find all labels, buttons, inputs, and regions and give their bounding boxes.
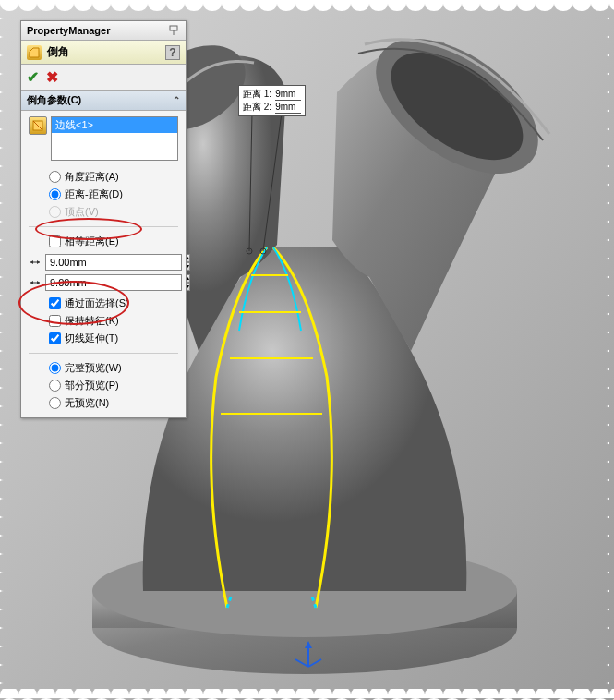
check-keep-features-input[interactable] xyxy=(49,315,61,327)
selection-box: 边线<1> xyxy=(29,116,178,161)
spinner-d2: ▴ ▾ xyxy=(29,274,178,291)
chevron-up-icon: ⌃ xyxy=(173,95,180,105)
radio-no-preview-input[interactable] xyxy=(49,397,61,409)
check-equal-distance-label: 相等距离(E) xyxy=(65,235,119,248)
radio-full-preview[interactable]: 完整预览(W) xyxy=(29,359,178,377)
spinner-d1: ▴ ▾ xyxy=(29,254,178,271)
svg-marker-23 xyxy=(30,260,33,264)
pin-icon[interactable] xyxy=(167,24,180,37)
radio-distance-distance[interactable]: 距离-距离(D) xyxy=(29,186,178,203)
cancel-button[interactable]: ✖ xyxy=(46,68,58,86)
svg-marker-24 xyxy=(37,260,40,264)
help-icon[interactable]: ? xyxy=(165,45,180,60)
check-equal-distance-input[interactable] xyxy=(49,235,61,247)
check-keep-features[interactable]: 保持特征(K) xyxy=(29,312,178,330)
spinner-d1-icon xyxy=(29,256,42,269)
radio-angle-distance[interactable]: 角度距离(A) xyxy=(29,168,178,186)
callout-label-1: 距离 1: xyxy=(243,88,271,101)
spinner-d1-input[interactable] xyxy=(45,254,182,271)
selection-item[interactable]: 边线<1> xyxy=(52,117,177,133)
check-tangent-prop[interactable]: 切线延伸(T) xyxy=(29,330,178,347)
svg-rect-18 xyxy=(170,26,177,30)
feature-title-bar: 倒角 ? xyxy=(21,41,186,65)
check-face-select-label: 通过面选择(S) xyxy=(65,296,129,310)
radio-partial-preview[interactable]: 部分预览(P) xyxy=(29,377,178,394)
radio-partial-preview-input[interactable] xyxy=(49,380,61,392)
radio-angle-distance-input[interactable] xyxy=(49,171,61,183)
spinner-d1-up[interactable]: ▴ xyxy=(186,254,190,262)
radio-distance-distance-label: 距离-距离(D) xyxy=(65,187,123,201)
feature-name: 倒角 xyxy=(47,44,69,60)
section-body: 边线<1> 角度距离(A) 距离-距离(D) 顶点(V) 相等距离(E) xyxy=(21,111,186,417)
radio-vertex-label: 顶点(V) xyxy=(65,205,99,219)
check-keep-features-label: 保持特征(K) xyxy=(65,314,119,328)
edge-selection-icon[interactable] xyxy=(29,116,47,135)
radio-no-preview-label: 无预览(N) xyxy=(65,396,109,410)
confirm-row: ✔ ✖ xyxy=(21,65,186,91)
section-header-params[interactable]: 倒角参数(C) ⌃ xyxy=(21,91,186,111)
spinner-d2-input[interactable] xyxy=(45,274,182,291)
radio-partial-preview-label: 部分预览(P) xyxy=(65,379,119,392)
radio-vertex: 顶点(V) xyxy=(29,203,178,221)
radio-no-preview[interactable]: 无预览(N) xyxy=(29,394,178,412)
check-equal-distance[interactable]: 相等距离(E) xyxy=(29,233,178,250)
spinner-d2-down[interactable]: ▾ xyxy=(186,283,190,291)
selection-list[interactable]: 边线<1> xyxy=(51,116,178,161)
check-face-select-input[interactable] xyxy=(49,297,61,309)
svg-marker-26 xyxy=(30,281,33,284)
radio-full-preview-label: 完整预览(W) xyxy=(65,361,122,375)
check-face-select[interactable]: 通过面选择(S) xyxy=(29,295,178,312)
property-manager-panel: PropertyManager 倒角 ? ✔ ✖ 倒角参数(C) ⌃ 边线<1> xyxy=(20,20,187,418)
callout-value-1[interactable]: 9mm xyxy=(275,88,301,101)
radio-angle-distance-label: 角度距离(A) xyxy=(65,170,119,184)
radio-distance-distance-input[interactable] xyxy=(49,188,61,200)
radio-vertex-input xyxy=(49,206,61,218)
spinner-d1-down[interactable]: ▾ xyxy=(186,262,190,271)
divider xyxy=(29,226,178,227)
callout-value-2[interactable]: 9mm xyxy=(275,101,301,114)
check-tangent-prop-label: 切线延伸(T) xyxy=(65,332,118,345)
chamfer-icon xyxy=(27,45,42,60)
divider-2 xyxy=(29,353,178,354)
spinner-d2-icon xyxy=(29,276,42,289)
callout-label-2: 距离 2: xyxy=(243,101,271,114)
spinner-d2-up[interactable]: ▴ xyxy=(186,274,190,283)
panel-header: PropertyManager xyxy=(21,21,186,41)
radio-full-preview-input[interactable] xyxy=(49,362,61,374)
chamfer-callout: 距离 1: 9mm 距离 2: 9mm xyxy=(238,85,306,116)
check-tangent-prop-input[interactable] xyxy=(49,332,61,344)
svg-marker-27 xyxy=(37,281,40,284)
svg-line-10 xyxy=(249,113,252,251)
panel-title: PropertyManager xyxy=(27,25,110,36)
section-title: 倒角参数(C) xyxy=(27,93,81,107)
ok-button[interactable]: ✔ xyxy=(27,68,39,86)
svg-line-11 xyxy=(263,113,282,251)
